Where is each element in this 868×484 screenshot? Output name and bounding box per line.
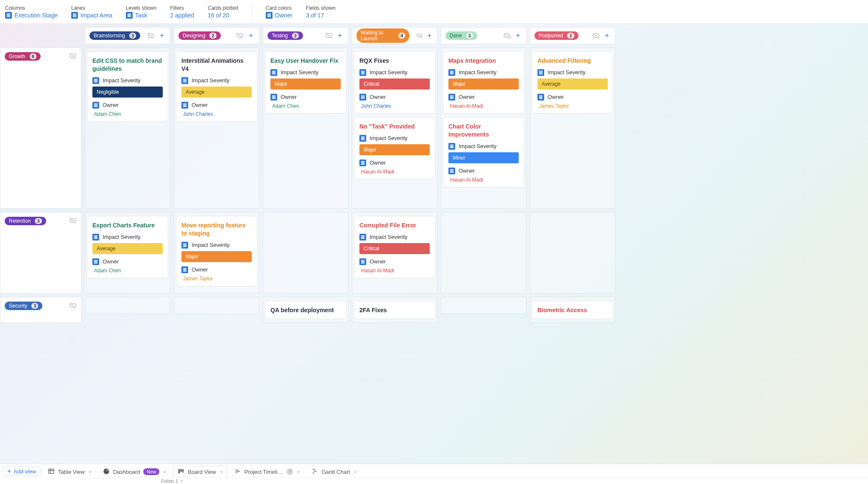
column-header-waiting[interactable]: Waiting to Launch 4 + [352, 27, 437, 44]
field-label: Owner [192, 102, 208, 108]
column-pill: Waiting to Launch 4 [356, 28, 409, 43]
board-card[interactable]: Move reporting feature to staging Impact… [176, 216, 257, 286]
cell-security-designing[interactable] [174, 297, 259, 314]
hide-lane-icon[interactable] [69, 52, 77, 60]
owner-value: Hasan Al-Madi [359, 169, 430, 175]
cell-security-done[interactable] [441, 297, 526, 314]
setting-cards[interactable]: Cards plotted 16 of 20 [208, 0, 238, 23]
column-header-brainstorming[interactable]: Brainstorming 3 + [85, 27, 170, 44]
board-card[interactable]: Biometric Access [532, 301, 613, 319]
severity-badge: Average [92, 243, 163, 254]
column-header-designing[interactable]: Designing 2 + [174, 27, 259, 44]
field-impact-severity: Impact Severity Average [92, 234, 163, 254]
board-scroll-area[interactable]: Brainstorming 3 + Designing 2 + Testing … [0, 24, 868, 464]
lane-header-retention[interactable]: Retention 3 [0, 212, 81, 294]
board-card[interactable]: No "Task" Provided Impact Severity Major… [354, 117, 435, 179]
cell-growth-waiting[interactable]: RQX Fixes Impact Severity Critical Owner… [352, 48, 437, 209]
card-title: Chart Color Improvements [448, 123, 519, 139]
field-impact-severity: Impact Severity Negligible [92, 77, 163, 98]
cell-growth-done[interactable]: Maps Integration Impact Severity Major O… [441, 48, 526, 209]
field-owner: Owner Hasan Al-Madi [359, 159, 430, 175]
setting-filters[interactable]: Filters 2 applied [170, 0, 194, 23]
tab-dashboard[interactable]: Dashboard New ▾ [98, 466, 171, 478]
cell-growth-postponed[interactable]: Advanced Filtering Impact Severity Avera… [530, 48, 615, 209]
hide-column-icon[interactable] [147, 32, 155, 39]
lane-header-growth[interactable]: Growth 8 [0, 48, 81, 209]
folder-row[interactable]: Folder 1 ▾ [0, 478, 868, 484]
board-card[interactable]: Chart Color Improvements Impact Severity… [443, 117, 524, 187]
cell-growth-brainstorming[interactable]: Edit CSS to match brand guidelines Impac… [85, 48, 170, 209]
add-view-button[interactable]: + Add view [3, 467, 41, 476]
cell-retention-waiting[interactable]: Corrupted File Error Impact Severity Cri… [352, 212, 437, 294]
tab-label: Project Timeli… [245, 469, 283, 475]
board-card[interactable]: Interstitial Animations V4 Impact Severi… [176, 51, 257, 122]
field-icon [448, 168, 455, 174]
cell-retention-testing[interactable] [263, 212, 348, 294]
cell-growth-designing[interactable]: Interstitial Animations V4 Impact Severi… [174, 48, 259, 209]
tab-board[interactable]: Board View ▾ [173, 466, 227, 478]
cell-growth-testing[interactable]: Easy User Handover Fix Impact Severity M… [263, 48, 348, 209]
cell-security-postponed[interactable]: Biometric Access [530, 297, 615, 323]
column-header-testing[interactable]: Testing 2 + [263, 27, 348, 44]
hide-lane-icon[interactable] [69, 302, 77, 309]
severity-badge: Major [270, 78, 341, 90]
add-card-button[interactable]: + [603, 32, 611, 39]
board-card[interactable]: Edit CSS to match brand guidelines Impac… [87, 51, 168, 122]
field-label: Impact Severity [370, 234, 408, 240]
board-card[interactable]: Maps Integration Impact Severity Major O… [443, 51, 524, 114]
help-icon[interactable]: ? [287, 468, 293, 475]
chevron-down-icon: ▾ [220, 470, 223, 474]
column-header-postponed[interactable]: Postponed 2 + [530, 27, 615, 44]
board-card[interactable]: Export Charts Feature Impact Severity Av… [87, 216, 168, 278]
field-icon [181, 242, 188, 249]
column-count: 3 [466, 33, 473, 39]
board-card[interactable]: RQX Fixes Impact Severity Critical Owner… [354, 51, 435, 114]
cell-security-brainstorming[interactable] [85, 297, 170, 314]
tab-table[interactable]: Table View ▾ [43, 466, 96, 478]
setting-levels[interactable]: Levels shown Task [126, 0, 157, 23]
cell-retention-done[interactable] [441, 212, 526, 294]
card-title: Easy User Handover Fix [270, 57, 341, 65]
setting-lanes[interactable]: Lanes Impact Area [71, 0, 112, 23]
board-card[interactable]: Easy User Handover Fix Impact Severity M… [265, 51, 346, 114]
hide-lane-icon[interactable] [69, 217, 77, 224]
cell-retention-brainstorming[interactable]: Export Charts Feature Impact Severity Av… [85, 212, 170, 294]
setting-card-colors[interactable]: Card colors Owner [266, 0, 292, 23]
lane-header-security[interactable]: Security 3 [0, 297, 81, 323]
add-card-button[interactable]: + [426, 32, 433, 39]
board-card[interactable]: QA before deployment [265, 301, 346, 319]
plus-icon: + [7, 469, 11, 474]
tab-timeline[interactable]: Project Timeli… ? ▾ [230, 466, 304, 478]
hide-column-icon[interactable] [236, 32, 244, 39]
setting-columns[interactable]: Columns Execution Stage [5, 0, 58, 23]
cell-retention-postponed[interactable] [530, 212, 615, 294]
field-owner: Owner Adam Chen [92, 102, 163, 117]
hide-column-icon[interactable] [416, 32, 423, 39]
column-label: Waiting to Launch [361, 30, 394, 42]
hide-column-icon[interactable] [325, 32, 333, 39]
add-card-button[interactable]: + [158, 32, 166, 39]
tab-label: Gantt Chart [322, 469, 350, 475]
cell-security-waiting[interactable]: 2FA Fixes [352, 297, 437, 323]
field-icon [359, 94, 366, 101]
field-label: Owner [103, 258, 119, 265]
add-card-button[interactable]: + [514, 32, 522, 39]
field-icon [537, 69, 544, 76]
add-card-button[interactable]: + [336, 32, 344, 39]
hide-column-icon[interactable] [503, 32, 511, 39]
card-title: Move reporting feature to staging [181, 221, 252, 238]
add-card-button[interactable]: + [247, 32, 255, 39]
setting-fields-shown[interactable]: Fields shown 3 of 17 [306, 0, 336, 23]
board-card[interactable]: 2FA Fixes [354, 301, 435, 319]
board-card[interactable]: Corrupted File Error Impact Severity Cri… [354, 216, 435, 278]
lane-label: Retention [9, 218, 31, 224]
board-card[interactable]: Advanced Filtering Impact Severity Avera… [532, 51, 613, 114]
column-header-done[interactable]: Done 3 + [441, 27, 526, 44]
tab-gantt[interactable]: Gantt Chart ▾ [307, 466, 361, 478]
cell-security-testing[interactable]: QA before deployment [263, 297, 348, 323]
card-title: Maps Integration [448, 57, 519, 65]
card-title: Edit CSS to match brand guidelines [92, 57, 163, 73]
cell-retention-designing[interactable]: Move reporting feature to staging Impact… [174, 212, 259, 294]
column-count: 4 [398, 33, 405, 39]
hide-column-icon[interactable] [592, 32, 600, 39]
